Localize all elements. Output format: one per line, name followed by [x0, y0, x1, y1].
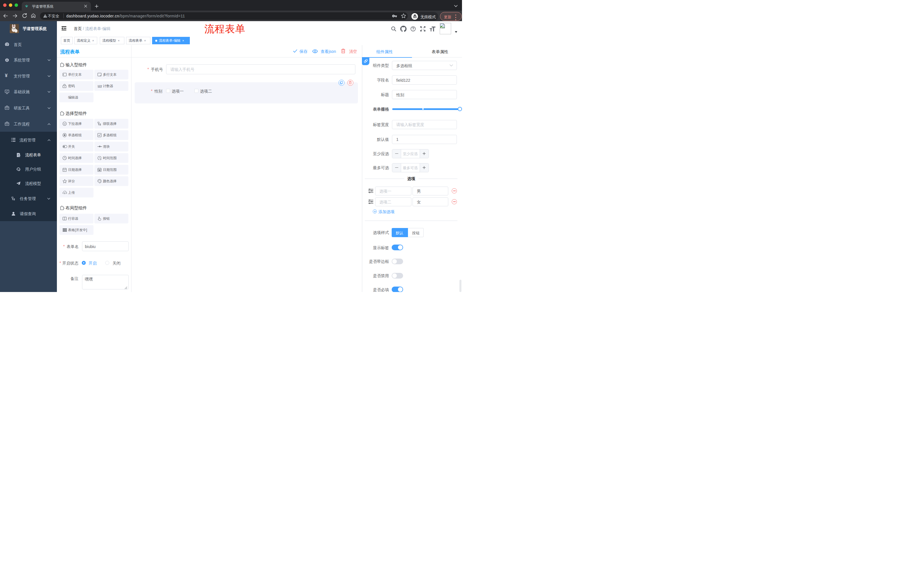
- svg-text:123: 123: [97, 84, 102, 87]
